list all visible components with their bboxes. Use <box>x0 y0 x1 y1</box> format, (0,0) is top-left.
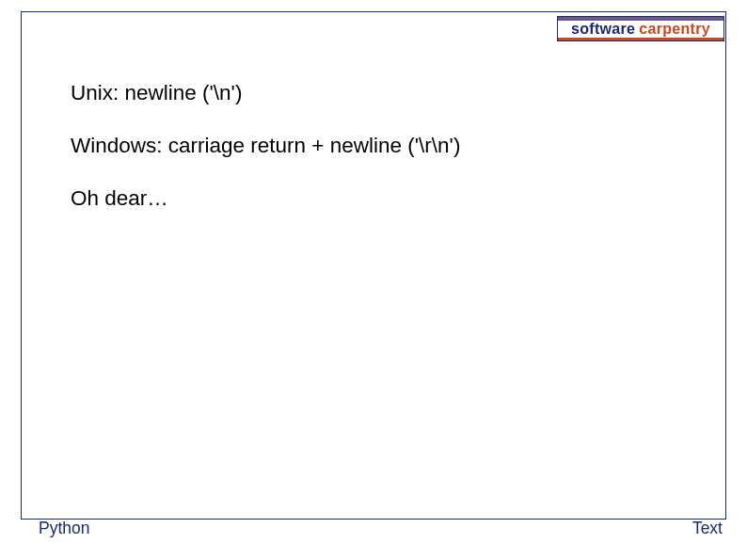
footer-left: Python <box>39 519 89 538</box>
body-line: Windows: carriage return + newline ('\r\… <box>71 133 709 159</box>
logo-bottom-stripe <box>558 38 723 41</box>
slide-body: Unix: newline ('\n') Windows: carriage r… <box>71 80 709 238</box>
software-carpentry-logo: software carpentry <box>557 16 724 41</box>
logo-word-software: software <box>571 21 635 38</box>
logo-text: software carpentry <box>558 21 723 38</box>
logo-word-carpentry: carpentry <box>639 21 710 38</box>
body-line: Unix: newline ('\n') <box>71 80 709 106</box>
footer-right: Text <box>692 519 723 538</box>
body-line: Oh dear… <box>71 185 709 212</box>
